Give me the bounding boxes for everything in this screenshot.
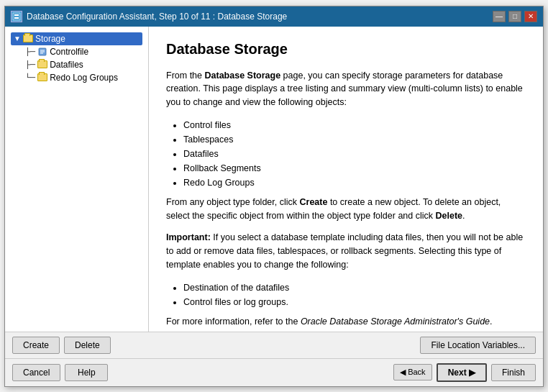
tree-item-controlfile[interactable]: ├─ Controlfile xyxy=(22,45,142,58)
title-bar: Database Configuration Assistant, Step 1… xyxy=(5,6,543,27)
title-bar-left: Database Configuration Assistant, Step 1… xyxy=(11,11,287,22)
svg-rect-2 xyxy=(14,17,19,19)
nav-left-group: Cancel Help xyxy=(12,364,108,381)
bullet-item: Control files xyxy=(183,118,526,132)
app-icon xyxy=(11,11,22,22)
help-button[interactable]: Help xyxy=(65,364,108,381)
left-tree-panel: ▼ Storage ├─ Controlfile ├─ xyxy=(5,27,149,332)
main-window: Database Configuration Assistant, Step 1… xyxy=(4,6,544,387)
navigation-bar: Cancel Help ◀ Back Next ▶ Finish xyxy=(5,358,543,386)
paragraph2: From any object type folder, click Creat… xyxy=(166,196,526,223)
paragraph1: From the Database Storage page, you can … xyxy=(166,69,526,109)
window-controls: — □ ✕ xyxy=(493,11,537,22)
controlfile-icon xyxy=(37,47,47,56)
paragraph4: For more information, refer to the Oracl… xyxy=(166,315,526,329)
bullet-item: Destination of the datafiles xyxy=(183,281,526,295)
next-label: Next xyxy=(448,368,467,378)
minimize-button[interactable]: — xyxy=(493,11,506,22)
tree-item-datafiles[interactable]: ├─ Datafiles xyxy=(22,58,142,71)
finish-button[interactable]: Finish xyxy=(491,364,536,381)
bullet-item: Tablespaces xyxy=(183,132,526,147)
right-content-panel: Database Storage From the Database Stora… xyxy=(149,27,543,332)
bullet-item: Datafiles xyxy=(183,147,526,161)
file-location-button[interactable]: File Location Variables... xyxy=(420,337,536,354)
page-title: Database Storage xyxy=(166,41,526,58)
back-arrow-icon: ◀ xyxy=(400,368,406,376)
window-title: Database Configuration Assistant, Step 1… xyxy=(27,12,287,22)
tree-label-storage: Storage xyxy=(35,34,65,44)
paragraph3: Important: If you select a database temp… xyxy=(166,231,526,271)
folder-expand-icon: ├─ xyxy=(25,60,35,68)
folder-icon xyxy=(23,35,33,42)
tree-label-redolog: Redo Log Groups xyxy=(50,73,118,83)
bottom-action-bar: Create Delete File Location Variables... xyxy=(5,332,543,358)
bullet-list-2: Destination of the datafiles Control fil… xyxy=(183,281,526,309)
delete-button[interactable]: Delete xyxy=(64,337,111,354)
tree-label-datafiles: Datafiles xyxy=(50,60,83,70)
create-button[interactable]: Create xyxy=(12,337,60,354)
back-button[interactable]: ◀ Back xyxy=(393,364,432,380)
tree-item-redolog[interactable]: └─ Redo Log Groups xyxy=(22,71,142,84)
maximize-button[interactable]: □ xyxy=(508,11,521,22)
bullet-item: Control files or log groups. xyxy=(183,295,526,309)
next-arrow-icon: ▶ xyxy=(469,368,475,378)
bullet-item: Redo Log Groups xyxy=(183,176,526,190)
file-line-icon: ├─ xyxy=(25,47,35,55)
file-location-group: File Location Variables... xyxy=(420,337,536,354)
create-delete-group: Create Delete xyxy=(12,337,111,354)
tree-label-controlfile: Controlfile xyxy=(50,47,88,57)
bullet-list-1: Control files Tablespaces Datafiles Roll… xyxy=(183,118,526,190)
expand-icon: ▼ xyxy=(14,35,21,42)
back-label: Back xyxy=(408,368,425,376)
cancel-button[interactable]: Cancel xyxy=(12,364,60,381)
svg-rect-1 xyxy=(14,14,19,16)
redolog-expand-icon: └─ xyxy=(25,73,35,81)
close-button[interactable]: ✕ xyxy=(524,11,537,22)
svg-rect-0 xyxy=(13,13,20,20)
bullet-item: Rollback Segments xyxy=(183,161,526,176)
tree-children: ├─ Controlfile ├─ Datafiles └─ xyxy=(22,45,142,84)
next-button[interactable]: Next ▶ xyxy=(437,363,487,382)
datafiles-folder-icon xyxy=(37,60,47,68)
redolog-folder-icon xyxy=(37,73,47,81)
tree-item-storage[interactable]: ▼ Storage xyxy=(11,32,142,45)
nav-right-group: ◀ Back Next ▶ Finish xyxy=(393,363,536,382)
main-content: ▼ Storage ├─ Controlfile ├─ xyxy=(5,27,543,332)
